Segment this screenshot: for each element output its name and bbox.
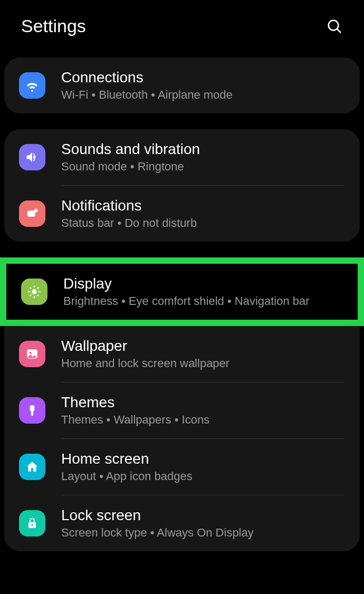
settings-item-home-screen[interactable]: Home screen Layout • App icon badges: [4, 439, 360, 495]
item-title: Display: [63, 275, 343, 292]
svg-rect-19: [32, 525, 32, 526]
header: Settings: [0, 0, 364, 58]
highlight-box: Display Brightness • Eye comfort shield …: [0, 257, 364, 326]
item-title: Sounds and vibration: [61, 141, 345, 158]
settings-item-wallpaper[interactable]: Wallpaper Home and lock screen wallpaper: [4, 326, 360, 382]
item-text: Notifications Status bar • Do not distur…: [61, 197, 345, 230]
item-subtitle: Brightness • Eye comfort shield • Naviga…: [63, 294, 343, 308]
svg-line-11: [30, 295, 31, 296]
item-subtitle: Home and lock screen wallpaper: [61, 357, 345, 370]
item-title: Home screen: [61, 451, 345, 467]
item-text: Themes Themes • Wallpapers • Icons: [61, 394, 345, 427]
svg-point-4: [32, 289, 36, 294]
svg-line-1: [337, 29, 341, 33]
item-subtitle: Screen lock type • Always On Display: [61, 526, 345, 540]
item-subtitle: Themes • Wallpapers • Icons: [61, 413, 345, 427]
svg-line-10: [37, 295, 39, 296]
item-subtitle: Sound mode • Ringtone: [61, 160, 345, 174]
speaker-icon: [19, 144, 45, 170]
notification-icon: [19, 200, 45, 227]
svg-point-14: [30, 352, 32, 354]
svg-line-12: [37, 288, 39, 289]
svg-rect-15: [30, 405, 35, 411]
settings-group: Display Brightness • Eye comfort shield …: [6, 264, 358, 320]
settings-item-connections[interactable]: Connections Wi-Fi • Bluetooth • Airplane…: [4, 58, 360, 113]
image-icon: [19, 341, 45, 367]
svg-rect-16: [31, 411, 33, 416]
item-text: Home screen Layout • App icon badges: [61, 451, 345, 483]
item-text: Sounds and vibration Sound mode • Ringto…: [61, 141, 345, 174]
item-title: Wallpaper: [61, 338, 345, 355]
svg-point-3: [34, 209, 38, 213]
svg-line-9: [30, 288, 31, 289]
svg-rect-2: [27, 210, 35, 217]
item-text: Connections Wi-Fi • Bluetooth • Airplane…: [61, 69, 345, 102]
item-title: Themes: [61, 394, 345, 411]
search-icon[interactable]: [326, 18, 343, 35]
page-title: Settings: [21, 16, 86, 36]
item-text: Lock screen Screen lock type • Always On…: [61, 507, 345, 540]
item-title: Notifications: [61, 197, 345, 214]
lock-icon: [19, 510, 45, 536]
settings-item-display[interactable]: Display Brightness • Eye comfort shield …: [6, 264, 358, 320]
home-icon: [19, 454, 45, 480]
brush-icon: [19, 397, 45, 424]
item-subtitle: Wi-Fi • Bluetooth • Airplane mode: [61, 88, 345, 102]
item-title: Connections: [61, 69, 345, 86]
settings-group: Connections Wi-Fi • Bluetooth • Airplane…: [4, 58, 360, 113]
settings-item-sounds[interactable]: Sounds and vibration Sound mode • Ringto…: [4, 129, 360, 185]
settings-item-notifications[interactable]: Notifications Status bar • Do not distur…: [4, 186, 360, 242]
svg-point-0: [329, 20, 339, 30]
brightness-icon: [21, 279, 47, 305]
settings-group: Sounds and vibration Sound mode • Ringto…: [4, 129, 360, 242]
settings-item-themes[interactable]: Themes Themes • Wallpapers • Icons: [4, 382, 360, 438]
settings-group: Wallpaper Home and lock screen wallpaper…: [4, 326, 360, 551]
item-text: Display Brightness • Eye comfort shield …: [63, 275, 343, 308]
settings-item-lock-screen[interactable]: Lock screen Screen lock type • Always On…: [4, 495, 360, 551]
item-text: Wallpaper Home and lock screen wallpaper: [61, 338, 345, 370]
wifi-icon: [19, 72, 45, 99]
item-subtitle: Layout • App icon badges: [61, 470, 345, 483]
item-subtitle: Status bar • Do not disturb: [61, 216, 345, 230]
item-title: Lock screen: [61, 507, 345, 524]
